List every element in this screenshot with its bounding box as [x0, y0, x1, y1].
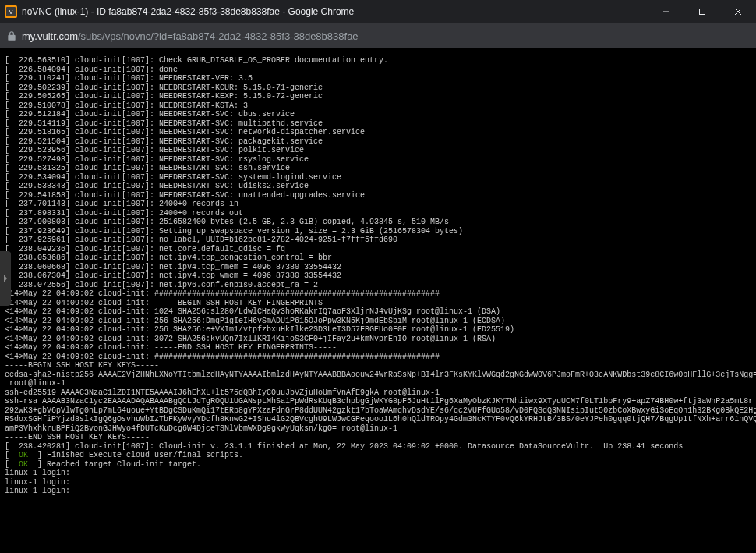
- terminal-line: [ 229.505265] cloud-init[1007]: NEEDREST…: [5, 92, 751, 101]
- terminal-line: [ 229.110241] cloud-init[1007]: NEEDREST…: [5, 74, 751, 83]
- window-titlebar: V noVNC (linux-1) - ID fa8ab874-2da2-483…: [0, 0, 756, 23]
- terminal-line: [ 238.049236] cloud-init[1007]: net.core…: [5, 245, 751, 254]
- terminal-line: [ 237.925961] cloud-init[1007]: no label…: [5, 236, 751, 245]
- terminal-line: [ 237.701143] cloud-init[1007]: 2400+0 r…: [5, 200, 751, 209]
- terminal-line: [ 238.420281] cloud-init[1007]: Cloud-in…: [5, 442, 751, 452]
- terminal-line: ecdsa-sha2-nistp256 AAAAE2VjZHNhLXNoYTIt…: [5, 370, 751, 380]
- window-controls: [648, 0, 756, 23]
- terminal-line: [ 229.531325] cloud-init[1007]: NEEDREST…: [5, 164, 751, 173]
- url-path: /subs/vps/novnc/?id=fa8ab874-2da2-4832-8…: [78, 30, 359, 42]
- terminal-line: linux-1 login:: [5, 478, 751, 487]
- svg-marker-7: [4, 275, 7, 282]
- terminal-output[interactable]: [ 226.563510] cloud-init[1007]: Check GR…: [0, 48, 756, 553]
- terminal-line: [ 226.584094] cloud-init[1007]: done: [5, 66, 751, 75]
- terminal-line: root@linux-1: [5, 379, 751, 388]
- maximize-button[interactable]: [684, 0, 720, 23]
- terminal-line: 292wK3+gbV6pVlwTg0nLp7mL64uoue+YtBDgCSDu…: [5, 406, 751, 416]
- terminal-line: <14>May 22 04:09:02 cloud-init: -----BEG…: [5, 299, 751, 308]
- terminal-line: <14>May 22 04:09:02 cloud-init: 256 SHA2…: [5, 317, 751, 326]
- terminal-line: RSdoxSGHfiPYjzd8slkIgQ6gOsvhuWbIzTbFKyWv…: [5, 415, 751, 424]
- minimize-button[interactable]: [648, 0, 684, 23]
- svg-rect-4: [700, 9, 705, 15]
- address-bar[interactable]: my.vultr.com/subs/vps/novnc/?id=fa8ab874…: [0, 23, 756, 48]
- terminal-line: [ 238.053686] cloud-init[1007]: net.ipv4…: [5, 253, 751, 263]
- terminal-line: <14>May 22 04:09:02 cloud-init: 3072 SHA…: [5, 335, 751, 344]
- terminal-line: [ 229.541858] cloud-init[1007]: NEEDREST…: [5, 191, 751, 200]
- terminal-line: [ 237.900803] cloud-init[1007]: 25165824…: [5, 218, 751, 227]
- terminal-line: [ 226.563510] cloud-init[1007]: Check GR…: [5, 56, 751, 66]
- terminal-line: <14>May 22 04:09:02 cloud-init: ########…: [5, 289, 751, 299]
- terminal-line: [ 229.534094] cloud-init[1007]: NEEDREST…: [5, 173, 751, 183]
- terminal-line: ssh-ed25519 AAAAC3NzaC1lZDI1NTE5AAAAIJ6h…: [5, 388, 751, 398]
- terminal-line: linux-1 login:: [5, 487, 751, 496]
- terminal-line: <14>May 22 04:09:02 cloud-init: 256 SHA2…: [5, 325, 751, 335]
- terminal-line: [ 229.538343] cloud-init[1007]: NEEDREST…: [5, 182, 751, 191]
- terminal-line: [ 229.527498] cloud-init[1007]: NEEDREST…: [5, 155, 751, 165]
- terminal-line: [ 237.923649] cloud-init[1007]: Setting …: [5, 227, 751, 236]
- terminal-line: <14>May 22 04:09:02 cloud-init: ########…: [5, 353, 751, 362]
- terminal-line: [ OK ] Reached target Cloud-init target.: [5, 460, 751, 470]
- lock-icon: [6, 30, 17, 41]
- vnc-icon: V: [5, 5, 17, 18]
- terminal-line: [ 229.502239] cloud-init[1007]: NEEDREST…: [5, 83, 751, 93]
- terminal-line: [ 238.072556] cloud-init[1007]: net.ipv6…: [5, 281, 751, 290]
- terminal-line: [ 238.060668] cloud-init[1007]: net.ipv4…: [5, 263, 751, 272]
- terminal-line: [ 229.521504] cloud-init[1007]: NEEDREST…: [5, 137, 751, 147]
- terminal-line: [ 237.898331] cloud-init[1007]: 2400+0 r…: [5, 209, 751, 218]
- terminal-line: [ OK ] Finished Execute cloud user/final…: [5, 451, 751, 460]
- terminal-line: ssh-rsa AAAAB3NzaC1yc2EAAAADAQABAAABgQCL…: [5, 397, 751, 406]
- window-title: noVNC (linux-1) - ID fa8ab874-2da2-4832-…: [22, 6, 648, 17]
- terminal-line: [ 229.518165] cloud-init[1007]: NEEDREST…: [5, 128, 751, 137]
- terminal-line: linux-1 login:: [5, 469, 751, 478]
- terminal-line: [ 229.512184] cloud-init[1007]: NEEDREST…: [5, 110, 751, 119]
- terminal-line: [ 238.067304] cloud-init[1007]: net.ipv4…: [5, 271, 751, 281]
- novnc-viewport[interactable]: [ 226.563510] cloud-init[1007]: Check GR…: [0, 48, 756, 553]
- close-button[interactable]: [720, 0, 756, 23]
- terminal-line: [ 229.514119] cloud-init[1007]: NEEDREST…: [5, 119, 751, 129]
- terminal-line: amP3VhxhkruBPFiQ2BvonGJHWyo4fDUTcKuDcg6W…: [5, 424, 751, 434]
- terminal-line: -----BEGIN SSH HOST KEY KEYS-----: [5, 361, 751, 370]
- terminal-line: -----END SSH HOST KEY KEYS-----: [5, 433, 751, 442]
- terminal-line: [ 229.510078] cloud-init[1007]: NEEDREST…: [5, 101, 751, 111]
- terminal-line: <14>May 22 04:09:02 cloud-init: 1024 SHA…: [5, 307, 751, 317]
- svg-text:V: V: [9, 9, 13, 15]
- terminal-line: <14>May 22 04:09:02 cloud-init: -----END…: [5, 343, 751, 353]
- url-host: my.vultr.com: [22, 30, 78, 42]
- novnc-panel-handle[interactable]: [0, 251, 11, 306]
- url-text: my.vultr.com/subs/vps/novnc/?id=fa8ab874…: [22, 30, 359, 42]
- terminal-line: [ 229.523956] cloud-init[1007]: NEEDREST…: [5, 146, 751, 155]
